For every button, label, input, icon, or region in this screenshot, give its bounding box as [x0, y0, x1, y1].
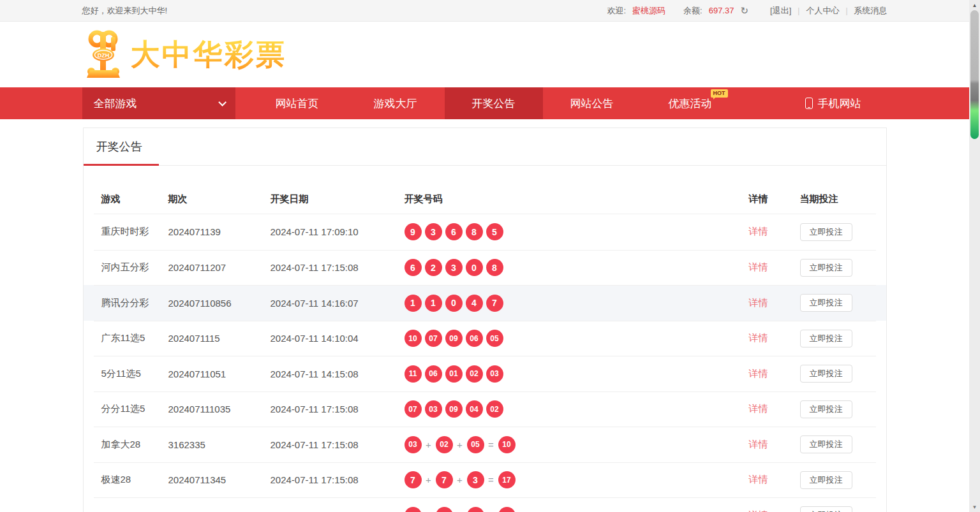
detail-link[interactable]: 详情: [749, 332, 768, 343]
nav-item-4[interactable]: 网站公告: [543, 87, 641, 119]
col-header-date: 开奖日期: [271, 193, 405, 205]
detail-cell: 详情: [730, 226, 787, 238]
lottery-ball: 2: [425, 259, 442, 276]
draw-date: 2024-07-11 17:15:08: [271, 404, 405, 414]
detail-link[interactable]: 详情: [749, 297, 768, 308]
nav-item-1[interactable]: 网站首页: [248, 87, 346, 119]
draw-numbers: 7+7+3=17: [405, 471, 730, 488]
active-tab-underline: [84, 164, 159, 166]
table-row: 腾讯分分彩2024071108562024-07-11 14:16:071104…: [84, 285, 886, 321]
scroll-up-arrow-icon[interactable]: ▲: [969, 0, 980, 10]
draw-numbers: ++=: [405, 507, 730, 512]
draw-numbers: 1007090605: [405, 330, 730, 347]
lottery-ball: 03: [405, 436, 422, 453]
detail-cell: 详情: [730, 368, 787, 380]
nav-menu: 网站首页游戏大厅开奖公告网站公告优惠活动HOT手机网站: [235, 87, 887, 119]
bet-cell: 立即投注: [787, 223, 876, 241]
bet-button[interactable]: 立即投注: [800, 294, 852, 312]
draw-date: 2024-07-11 17:09:10: [271, 226, 405, 237]
trophy-logo-icon: DZH: [82, 29, 124, 80]
personal-center-link[interactable]: 个人中心: [806, 5, 839, 17]
scrollbar-thumb[interactable]: [970, 10, 979, 139]
chevron-down-icon: [218, 98, 226, 106]
separator: |: [845, 6, 847, 15]
lottery-ball: [498, 507, 516, 512]
nav-item-5[interactable]: 优惠活动HOT: [641, 87, 739, 119]
system-message-link[interactable]: 系统消息: [854, 5, 887, 17]
lottery-ball: 3: [445, 259, 463, 276]
nav-item-3[interactable]: 开奖公告: [445, 87, 543, 119]
table-row-grid: 腾讯分分彩2024071108562024-07-11 14:16:071104…: [94, 285, 876, 321]
all-games-dropdown[interactable]: 全部游戏: [82, 87, 235, 119]
lottery-ball: 4: [466, 295, 483, 312]
lottery-ball: 6: [445, 223, 463, 240]
panel-titlebar: 开奖公告: [84, 128, 886, 166]
game-name: 河内五分彩: [101, 261, 168, 274]
game-name: 分分11选5: [101, 403, 168, 415]
lottery-ball: 7: [436, 471, 453, 488]
all-games-label: 全部游戏: [94, 96, 137, 111]
col-header-detail: 详情: [730, 193, 787, 205]
bet-button[interactable]: 立即投注: [800, 365, 852, 383]
table-row: 分分11选52024071110352024-07-11 17:15:08070…: [84, 391, 886, 427]
table-row: 加拿大2831623352024-07-11 17:15:0803+02+05=…: [84, 427, 886, 462]
lottery-ball: 17: [498, 471, 516, 488]
detail-link[interactable]: 详情: [749, 403, 768, 414]
bet-button[interactable]: 立即投注: [800, 435, 852, 453]
logout-link[interactable]: [退出]: [770, 5, 791, 17]
lottery-ball: 1: [405, 295, 422, 312]
detail-link[interactable]: 详情: [749, 226, 768, 237]
detail-link[interactable]: 详情: [749, 474, 768, 485]
table-row-grid: 广东11选520240711152024-07-11 14:10:0410070…: [94, 321, 876, 356]
bet-button[interactable]: 立即投注: [800, 223, 852, 241]
draw-date: 2024-07-11 17:15:08: [271, 439, 405, 450]
detail-cell: 详情: [730, 297, 787, 309]
lottery-ball: 05: [486, 330, 503, 347]
operator: =: [487, 439, 495, 450]
site-logo[interactable]: DZH 大中华彩票: [82, 29, 287, 80]
detail-cell: 详情: [730, 509, 787, 512]
issue-number: 20240711345: [168, 474, 271, 485]
nav-item-6[interactable]: 手机网站: [779, 87, 887, 119]
game-name: 5分11选5: [101, 368, 168, 380]
bet-button[interactable]: 立即投注: [800, 330, 852, 347]
table-row: 重庆时时彩20240711392024-07-11 17:09:1093685详…: [84, 214, 886, 250]
nav-item-2[interactable]: 游戏大厅: [346, 87, 445, 119]
scroll-down-arrow-icon[interactable]: ▼: [969, 502, 980, 512]
detail-link[interactable]: 详情: [749, 368, 768, 379]
draw-date: 2024-07-11 14:10:04: [271, 333, 405, 344]
site-name: 大中华彩票: [131, 35, 287, 75]
bet-button[interactable]: 立即投注: [800, 471, 852, 489]
game-name: 重庆时时彩: [101, 226, 168, 238]
bet-cell: 立即投注: [787, 330, 876, 347]
detail-link[interactable]: 详情: [749, 509, 768, 512]
bet-button[interactable]: 立即投注: [800, 506, 852, 512]
operator: =: [487, 474, 495, 485]
operator: +: [456, 474, 464, 485]
nav-item-label: 优惠活动: [669, 96, 712, 111]
draw-numbers: 93685: [405, 223, 730, 240]
col-header-bet: 当期投注: [787, 193, 876, 205]
operator: +: [456, 439, 464, 450]
refresh-balance-icon[interactable]: ↻: [740, 5, 748, 17]
detail-link[interactable]: 详情: [749, 439, 768, 450]
draw-date: 2024-07-11 14:16:07: [271, 298, 405, 309]
draw-numbers: 1106010203: [405, 365, 730, 383]
username-link[interactable]: 蜜桃源码: [632, 5, 665, 17]
game-name: 极速28: [101, 474, 168, 486]
lottery-ball: 06: [425, 365, 442, 383]
bet-button[interactable]: 立即投注: [800, 400, 852, 418]
bet-cell: 立即投注: [787, 400, 876, 418]
table-header: 游戏 期次 开奖日期 开奖号码 详情 当期投注: [94, 185, 876, 214]
table-row-grid: 加拿大2831623352024-07-11 17:15:0803+02+05=…: [94, 427, 876, 462]
detail-link[interactable]: 详情: [749, 261, 768, 272]
vertical-scrollbar[interactable]: ▲ ▼: [969, 0, 980, 512]
main-nav: 全部游戏 网站首页游戏大厅开奖公告网站公告优惠活动HOT手机网站: [0, 87, 969, 119]
bet-cell: 立即投注: [787, 294, 876, 312]
lottery-ball: 04: [466, 400, 483, 418]
nav-item-label: 游戏大厅: [374, 96, 417, 111]
table-row-grid: 5分11选5202407110512024-07-11 14:15:081106…: [94, 356, 876, 391]
balance-label: 余额:: [683, 5, 702, 17]
bet-button[interactable]: 立即投注: [800, 259, 852, 277]
lottery-ball: 07: [425, 330, 442, 347]
